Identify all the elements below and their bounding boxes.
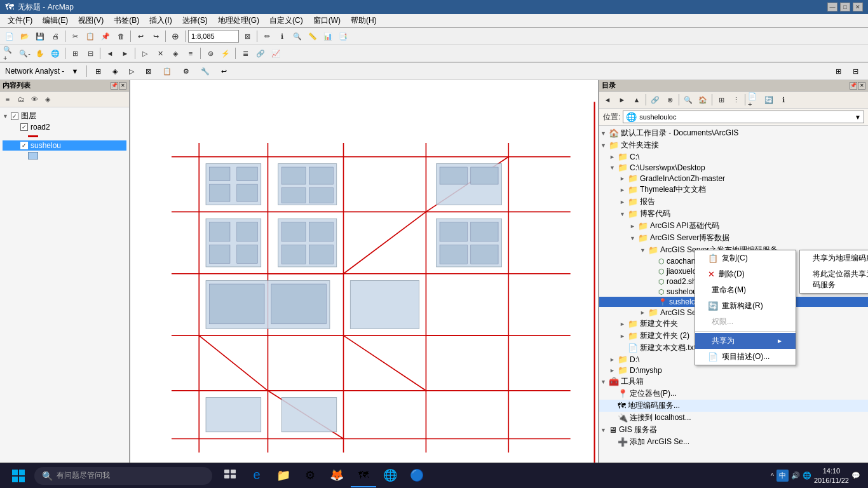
toc-sel-btn[interactable]: ◈	[41, 93, 54, 105]
catalog-forward-btn[interactable]: ►	[615, 93, 629, 107]
open-btn[interactable]: 📂	[18, 29, 32, 43]
tree-item-c-drive[interactable]: ► 📁 C:\	[599, 151, 868, 162]
pan-btn[interactable]: ✋	[33, 46, 47, 60]
tree-item-locator-pkg[interactable]: 📍 定位器包(P)...	[599, 388, 868, 400]
graph-btn[interactable]: 📈	[269, 46, 283, 60]
tree-item-default-workspace[interactable]: ▼ 🏠 默认工作目录 - Documents\ArcGIS	[599, 127, 868, 139]
road2-checkbox[interactable]	[20, 123, 28, 131]
scale-input[interactable]: 1:8,085	[188, 30, 239, 43]
na-btn7[interactable]: ↩	[217, 64, 231, 78]
zoom-to-full-btn[interactable]: ⊠	[240, 29, 254, 43]
delete-btn[interactable]: 🗑	[114, 29, 128, 43]
tree-item-arcgis-api[interactable]: ► 📁 ArcGIS API基础代码	[599, 220, 868, 232]
prev-extent-btn[interactable]: ◄	[103, 46, 117, 60]
print-btn[interactable]: 🖨	[48, 29, 62, 43]
catalog-disconnect-btn[interactable]: ⊗	[663, 93, 677, 107]
menu-customize[interactable]: 自定义(C)	[264, 14, 308, 27]
search-btn[interactable]: 🔍	[290, 29, 304, 43]
ctx-delete[interactable]: ✕ 删除(D)	[695, 266, 796, 282]
catalog-pin-btn[interactable]: 📌	[850, 82, 857, 90]
cut-btn[interactable]: ✂	[68, 29, 82, 43]
toc-close-btn[interactable]: ✕	[119, 82, 126, 90]
catalog-up-btn[interactable]: ▲	[630, 93, 644, 107]
catalog-close-btn[interactable]: ✕	[858, 82, 865, 90]
catalog-location-input[interactable]: 🌐 sushelouloc ▼	[623, 111, 864, 123]
taskbar-app-arcmap[interactable]: 🗺	[351, 464, 376, 487]
select-by-loc-btn[interactable]: ◈	[168, 46, 182, 60]
taskbar-app-app7[interactable]: 🔵	[404, 464, 430, 487]
toc-group-header[interactable]: ▼ 图层	[3, 110, 126, 122]
tree-item-thymeleaf[interactable]: ► 📁 Thymeleaf中文文档	[599, 184, 868, 196]
tree-item-gis-servers[interactable]: ▼ 🖥 GIS 服务器	[599, 424, 868, 436]
catalog-new-btn[interactable]: 📄+	[747, 93, 761, 107]
redo-btn[interactable]: ↪	[149, 29, 163, 43]
na-btn9[interactable]: ⊟	[848, 64, 863, 78]
menu-file[interactable]: 文件(F)	[3, 14, 37, 27]
ctx-rebuild[interactable]: 🔄 重新构建(R)	[695, 298, 796, 314]
menu-bookmarks[interactable]: 书签(B)	[109, 14, 144, 27]
zoom-out-btn[interactable]: 🔍-	[18, 46, 32, 60]
clear-sel-btn[interactable]: ✕	[153, 46, 167, 60]
menu-edit[interactable]: 编辑(E)	[37, 14, 73, 27]
attrib-btn[interactable]: ≣	[238, 46, 252, 60]
toc-list-btn[interactable]: ≡	[1, 93, 14, 105]
menu-help[interactable]: 帮助(H)	[346, 14, 382, 27]
minimize-button[interactable]: —	[827, 3, 837, 11]
tree-item-arcgis-server-data[interactable]: ▼ 📁 ArcGIS Server博客数据	[599, 232, 868, 244]
tree-item-connect-localhost[interactable]: 🔌 连接到 localhost...	[599, 412, 868, 424]
table-btn[interactable]: 📊	[321, 29, 335, 43]
na-solve-btn[interactable]: ▷	[125, 64, 139, 78]
add-data-btn[interactable]: ⊕	[168, 29, 182, 43]
layers-checkbox[interactable]	[11, 112, 18, 120]
select-by-attr-btn[interactable]: ≡	[184, 46, 198, 60]
catalog-search-btn[interactable]: 🔍	[681, 93, 695, 107]
catalog-info-btn[interactable]: ℹ	[776, 93, 790, 107]
zoom-to-sel-btn[interactable]: ⊚	[203, 46, 217, 60]
tree-item-toolbox[interactable]: ▼ 🧰 工具箱	[599, 376, 868, 388]
maximize-button[interactable]: □	[840, 3, 850, 11]
na-btn6[interactable]: 🔧	[196, 64, 214, 78]
catalog-view-btn[interactable]: ⊞	[714, 93, 728, 107]
catalog-home-btn[interactable]: 🏠	[696, 93, 710, 107]
toc-vis-btn[interactable]: 👁	[28, 93, 41, 105]
toc-layer-sushelou[interactable]: sushelou	[3, 140, 126, 151]
fit2-btn[interactable]: ⊟	[83, 46, 97, 60]
catalog-refresh-btn[interactable]: 🔄	[762, 93, 776, 107]
taskbar-search-bar[interactable]: 🔍 有问题尽管问我	[34, 467, 212, 485]
na-btn3[interactable]: ⊠	[141, 64, 156, 78]
toc-pin-btn[interactable]: 📌	[111, 82, 118, 90]
speaker-icon[interactable]: 🔊	[791, 471, 800, 480]
taskbar-app-browser2[interactable]: 🌐	[377, 464, 403, 487]
ctx-rename[interactable]: 重命名(M)	[695, 282, 796, 298]
tree-item-d-myshp[interactable]: ► 📁 D:\myshp	[599, 365, 868, 376]
toc-src-btn[interactable]: 🗂	[15, 93, 27, 105]
globe-btn[interactable]: 🌐	[48, 46, 62, 60]
report-btn[interactable]: 📑	[336, 29, 350, 43]
next-extent-btn[interactable]: ►	[118, 46, 132, 60]
menu-geoprocessing[interactable]: 地理处理(G)	[213, 14, 264, 27]
catalog-options-btn[interactable]: ⋮	[729, 93, 743, 107]
start-button[interactable]	[3, 464, 34, 487]
taskbar-app-edge[interactable]: e	[244, 464, 269, 487]
undo-btn[interactable]: ↩	[133, 29, 147, 43]
na-btn8[interactable]: ⊞	[831, 64, 846, 78]
menu-window[interactable]: 窗口(W)	[308, 14, 346, 27]
tree-item-desktop[interactable]: ▼ 📁 C:\Users\wpx\Desktop	[599, 162, 868, 173]
fit-btn[interactable]: ⊞	[68, 46, 82, 60]
submenu-share-locator[interactable]: 将此定位器共享为地理编码服务	[800, 266, 868, 293]
zoom-in-btn[interactable]: 🔍+	[3, 46, 17, 60]
identify-btn[interactable]: ℹ	[275, 29, 289, 43]
taskbar-app-settings[interactable]: ⚙	[297, 464, 323, 487]
ctx-item-desc[interactable]: 📄 项目描述(O)...	[695, 349, 796, 365]
flash-btn[interactable]: ⚡	[219, 46, 233, 60]
copy-btn[interactable]: 📋	[83, 29, 97, 43]
taskbar-app-explorer[interactable]: 📁	[271, 464, 296, 487]
catalog-back-btn[interactable]: ◄	[600, 93, 614, 107]
tree-item-blog-code[interactable]: ▼ 📁 博客代码	[599, 208, 868, 220]
sushelou-checkbox[interactable]	[20, 142, 28, 149]
system-tray-chevron[interactable]: ^	[771, 472, 774, 480]
taskbar-app-firefox[interactable]: 🦊	[324, 464, 349, 487]
menu-select[interactable]: 选择(S)	[177, 14, 213, 27]
na-btn4[interactable]: 📋	[158, 64, 176, 78]
paste-btn[interactable]: 📌	[98, 29, 112, 43]
